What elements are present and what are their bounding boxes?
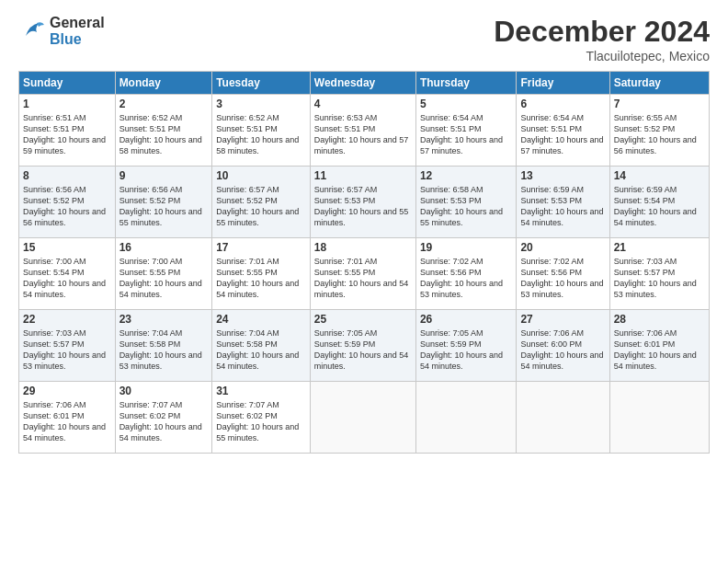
header-monday: Monday [115,72,212,95]
calendar-cell: 31Sunrise: 7:07 AMSunset: 6:02 PMDayligh… [212,382,311,454]
calendar-cell: 14Sunrise: 6:59 AMSunset: 5:54 PMDayligh… [609,167,709,238]
day-number: 17 [216,241,306,254]
calendar-cell [517,382,609,454]
day-info: Sunrise: 6:58 AMSunset: 5:53 PMDaylight:… [420,184,512,229]
day-info: Sunrise: 7:01 AMSunset: 5:55 PMDaylight:… [216,256,306,301]
header-sunday: Sunday [19,72,116,95]
day-info: Sunrise: 6:52 AMSunset: 5:51 PMDaylight:… [216,112,306,157]
calendar-cell: 26Sunrise: 7:05 AMSunset: 5:59 PMDayligh… [415,310,516,382]
calendar-cell: 16Sunrise: 7:00 AMSunset: 5:55 PMDayligh… [115,238,212,310]
calendar-cell [609,382,709,454]
day-number: 18 [314,241,412,254]
day-info: Sunrise: 7:05 AMSunset: 5:59 PMDaylight:… [314,327,412,373]
day-number: 29 [23,385,111,397]
calendar-week-row: 15Sunrise: 7:00 AMSunset: 5:54 PMDayligh… [19,238,710,310]
calendar-cell: 6Sunrise: 6:54 AMSunset: 5:51 PMDaylight… [517,95,609,167]
day-number: 11 [314,169,412,182]
location: Tlacuilotepec, Mexico [494,49,710,63]
day-info: Sunrise: 7:01 AMSunset: 5:55 PMDaylight:… [314,256,412,301]
header-thursday: Thursday [415,72,516,95]
day-info: Sunrise: 6:56 AMSunset: 5:52 PMDaylight:… [23,184,111,229]
calendar-week-row: 8Sunrise: 6:56 AMSunset: 5:52 PMDaylight… [19,167,710,238]
day-number: 20 [520,241,605,254]
calendar-cell: 21Sunrise: 7:03 AMSunset: 5:57 PMDayligh… [609,238,709,310]
day-number: 8 [23,169,111,182]
header: General Blue December 2024 Tlacuilotepec… [18,15,710,63]
day-info: Sunrise: 6:59 AMSunset: 5:54 PMDaylight:… [614,184,705,229]
calendar-cell: 15Sunrise: 7:00 AMSunset: 5:54 PMDayligh… [19,238,116,310]
day-info: Sunrise: 6:59 AMSunset: 5:53 PMDaylight:… [520,184,605,229]
day-number: 21 [614,241,705,254]
day-number: 6 [520,98,605,110]
day-number: 22 [23,313,111,326]
day-number: 30 [119,385,209,397]
calendar-cell: 7Sunrise: 6:55 AMSunset: 5:52 PMDaylight… [609,95,709,167]
day-info: Sunrise: 6:54 AMSunset: 5:51 PMDaylight:… [420,112,512,157]
day-info: Sunrise: 7:02 AMSunset: 5:56 PMDaylight:… [520,256,605,301]
logo-icon [18,17,46,45]
day-info: Sunrise: 7:03 AMSunset: 5:57 PMDaylight:… [614,256,705,301]
calendar-cell: 13Sunrise: 6:59 AMSunset: 5:53 PMDayligh… [517,167,609,238]
day-info: Sunrise: 7:05 AMSunset: 5:59 PMDaylight:… [420,327,512,373]
day-number: 10 [216,169,306,182]
day-info: Sunrise: 6:53 AMSunset: 5:51 PMDaylight:… [314,112,412,157]
calendar-cell: 10Sunrise: 6:57 AMSunset: 5:52 PMDayligh… [212,167,311,238]
day-number: 2 [119,98,209,110]
calendar-cell: 1Sunrise: 6:51 AMSunset: 5:51 PMDaylight… [19,95,116,167]
calendar-cell: 4Sunrise: 6:53 AMSunset: 5:51 PMDaylight… [310,95,415,167]
weekday-header-row: Sunday Monday Tuesday Wednesday Thursday… [19,72,710,95]
calendar-body: 1Sunrise: 6:51 AMSunset: 5:51 PMDaylight… [19,95,710,454]
day-number: 12 [420,169,512,182]
calendar-week-row: 1Sunrise: 6:51 AMSunset: 5:51 PMDaylight… [19,95,710,167]
day-number: 15 [23,241,111,254]
header-wednesday: Wednesday [310,72,415,95]
calendar-cell: 8Sunrise: 6:56 AMSunset: 5:52 PMDaylight… [19,167,116,238]
day-number: 16 [119,241,209,254]
calendar-cell: 9Sunrise: 6:56 AMSunset: 5:52 PMDaylight… [115,167,212,238]
logo: General Blue [18,15,105,47]
calendar-cell: 30Sunrise: 7:07 AMSunset: 6:02 PMDayligh… [115,382,212,454]
calendar-cell: 5Sunrise: 6:54 AMSunset: 5:51 PMDaylight… [415,95,516,167]
day-info: Sunrise: 6:55 AMSunset: 5:52 PMDaylight:… [614,112,705,157]
calendar-cell: 20Sunrise: 7:02 AMSunset: 5:56 PMDayligh… [517,238,609,310]
day-number: 1 [23,98,111,110]
day-info: Sunrise: 7:06 AMSunset: 6:01 PMDaylight:… [614,327,705,373]
day-info: Sunrise: 6:54 AMSunset: 5:51 PMDaylight:… [520,112,605,157]
page-container: General Blue December 2024 Tlacuilotepec… [0,0,728,463]
calendar-cell: 28Sunrise: 7:06 AMSunset: 6:01 PMDayligh… [609,310,709,382]
day-info: Sunrise: 6:57 AMSunset: 5:53 PMDaylight:… [314,184,412,229]
day-info: Sunrise: 7:04 AMSunset: 5:58 PMDaylight:… [119,327,209,373]
calendar-cell: 18Sunrise: 7:01 AMSunset: 5:55 PMDayligh… [310,238,415,310]
day-info: Sunrise: 7:07 AMSunset: 6:02 PMDaylight:… [119,399,209,444]
calendar-cell: 2Sunrise: 6:52 AMSunset: 5:51 PMDaylight… [115,95,212,167]
calendar-cell: 29Sunrise: 7:06 AMSunset: 6:01 PMDayligh… [19,382,116,454]
calendar-cell [415,382,516,454]
day-info: Sunrise: 7:03 AMSunset: 5:57 PMDaylight:… [23,327,111,373]
calendar-cell: 17Sunrise: 7:01 AMSunset: 5:55 PMDayligh… [212,238,311,310]
header-friday: Friday [517,72,609,95]
day-number: 26 [420,313,512,326]
header-tuesday: Tuesday [212,72,311,95]
day-info: Sunrise: 6:56 AMSunset: 5:52 PMDaylight:… [119,184,209,229]
day-number: 9 [119,169,209,182]
day-number: 13 [520,169,605,182]
day-info: Sunrise: 6:52 AMSunset: 5:51 PMDaylight:… [119,112,209,157]
day-info: Sunrise: 7:04 AMSunset: 5:58 PMDaylight:… [216,327,306,373]
day-number: 5 [420,98,512,110]
day-number: 4 [314,98,412,110]
day-info: Sunrise: 7:02 AMSunset: 5:56 PMDaylight:… [420,256,512,301]
day-number: 7 [614,98,705,110]
day-number: 19 [420,241,512,254]
header-saturday: Saturday [609,72,709,95]
calendar-cell: 23Sunrise: 7:04 AMSunset: 5:58 PMDayligh… [115,310,212,382]
calendar-cell: 24Sunrise: 7:04 AMSunset: 5:58 PMDayligh… [212,310,311,382]
day-number: 28 [614,313,705,326]
day-number: 14 [614,169,705,182]
day-info: Sunrise: 7:06 AMSunset: 6:00 PMDaylight:… [520,327,605,373]
day-number: 27 [520,313,605,326]
title-block: December 2024 Tlacuilotepec, Mexico [494,15,710,63]
calendar-week-row: 29Sunrise: 7:06 AMSunset: 6:01 PMDayligh… [19,382,710,454]
day-info: Sunrise: 7:00 AMSunset: 5:54 PMDaylight:… [23,256,111,301]
calendar-cell: 11Sunrise: 6:57 AMSunset: 5:53 PMDayligh… [310,167,415,238]
day-number: 25 [314,313,412,326]
